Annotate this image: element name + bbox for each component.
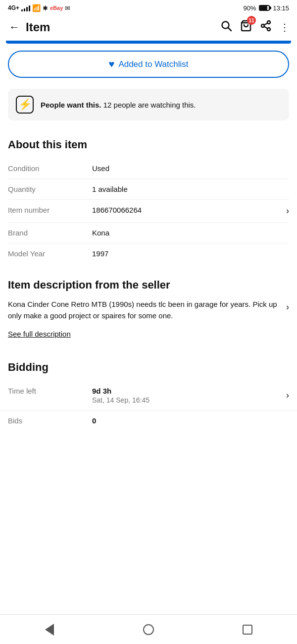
- search-button[interactable]: [220, 20, 232, 35]
- people-watching-rest: 12 people are watching this.: [101, 101, 196, 109]
- page-title: Item: [26, 20, 216, 34]
- battery-percent: 90%: [243, 4, 256, 12]
- time-left-value: 9d 3h Sat, 14 Sep, 16:45: [92, 387, 286, 404]
- quantity-value: 1 available: [92, 185, 289, 193]
- ebay-icon: eBay: [50, 5, 63, 11]
- time-left-chevron: ›: [286, 390, 289, 401]
- bids-row: Bids 0: [0, 410, 297, 431]
- people-watching-text: People want this. 12 people are watching…: [41, 100, 196, 110]
- status-right: 90% 13:15: [243, 4, 289, 12]
- top-nav: ← Item 11 ⋮: [0, 15, 297, 41]
- recents-square-icon: [243, 625, 252, 635]
- model-year-label: Model Year: [8, 249, 92, 258]
- bids-count: 0: [92, 416, 289, 425]
- share-button[interactable]: [260, 20, 272, 35]
- brand-value: Kona: [92, 229, 289, 237]
- item-number-label: Item number: [8, 206, 92, 214]
- description-section: Item description from the seller Kona Ci…: [0, 264, 297, 348]
- cart-button[interactable]: 11: [240, 20, 252, 35]
- heart-icon: ♥: [109, 59, 115, 70]
- about-heading: About this item: [0, 128, 297, 158]
- quantity-label: Quantity: [8, 185, 92, 193]
- nav-recents-button[interactable]: [236, 618, 259, 642]
- cart-badge: 11: [247, 16, 256, 25]
- lightning-icon: ⚡: [16, 96, 34, 114]
- brand-row: Brand Kona: [8, 223, 289, 243]
- back-triangle-icon: [45, 624, 54, 636]
- quantity-row: Quantity 1 available: [8, 179, 289, 200]
- bidding-heading: Bidding: [0, 351, 297, 381]
- wifi-icon: 📶: [32, 4, 41, 12]
- gmail-icon: ✉: [65, 4, 70, 12]
- item-number-value: 186670066264: [92, 206, 286, 214]
- network-label: 4G+: [8, 4, 19, 11]
- brand-label: Brand: [8, 229, 92, 237]
- status-left: 4G+ 📶 ✱ eBay ✉: [8, 4, 70, 12]
- home-circle-icon: [143, 624, 154, 635]
- more-options-button[interactable]: ⋮: [280, 21, 290, 33]
- nav-home-button[interactable]: [137, 618, 160, 642]
- back-button[interactable]: ←: [7, 19, 22, 36]
- svg-line-7: [264, 23, 268, 25]
- item-number-chevron: ›: [286, 206, 289, 216]
- see-full-description-link[interactable]: See full description: [0, 327, 297, 348]
- watchlist-button[interactable]: ♥ Added to Watchlist: [8, 51, 289, 78]
- condition-label: Condition: [8, 164, 92, 173]
- details-table: Condition Used Quantity 1 available Item…: [0, 158, 297, 264]
- bids-value: 0: [92, 416, 289, 425]
- description-text-container: Kona Cinder Cone Retro MTB (1990s) needs…: [0, 298, 297, 327]
- condition-value: Used: [92, 164, 289, 173]
- people-watching-banner: ⚡ People want this. 12 people are watchi…: [8, 89, 289, 120]
- status-bar: 4G+ 📶 ✱ eBay ✉ 90% 13:15: [0, 0, 297, 15]
- condition-row: Condition Used: [8, 158, 289, 179]
- watchlist-section: ♥ Added to Watchlist: [0, 44, 297, 86]
- bottom-nav: [0, 614, 297, 644]
- description-heading: Item description from the seller: [0, 269, 297, 298]
- item-number-row[interactable]: Item number 186670066264 ›: [8, 200, 289, 223]
- bidding-section: Bidding Time left 9d 3h Sat, 14 Sep, 16:…: [0, 348, 297, 431]
- time-display: 13:15: [273, 4, 289, 12]
- nav-icons: 11 ⋮: [220, 20, 290, 35]
- model-year-value: 1997: [92, 249, 289, 258]
- model-year-row: Model Year 1997: [8, 243, 289, 264]
- bids-label: Bids: [8, 416, 92, 425]
- time-left-row[interactable]: Time left 9d 3h Sat, 14 Sep, 16:45 ›: [0, 381, 297, 410]
- signal-icon: [21, 4, 30, 11]
- description-body: Kona Cinder Cone Retro MTB (1990s) needs…: [8, 298, 282, 322]
- nav-back-button[interactable]: [38, 618, 61, 642]
- svg-line-1: [228, 28, 231, 31]
- people-watching-bold: People want this.: [41, 101, 101, 109]
- watchlist-label: Added to Watchlist: [118, 59, 188, 69]
- description-chevron: ›: [286, 300, 289, 314]
- time-left-main: 9d 3h: [92, 387, 286, 395]
- svg-line-6: [264, 27, 268, 29]
- bluetooth-icon: ✱: [43, 4, 48, 12]
- battery-icon: [259, 5, 270, 11]
- time-left-sub: Sat, 14 Sep, 16:45: [92, 396, 286, 404]
- about-section: About this item Condition Used Quantity …: [0, 128, 297, 264]
- time-left-label: Time left: [8, 387, 92, 395]
